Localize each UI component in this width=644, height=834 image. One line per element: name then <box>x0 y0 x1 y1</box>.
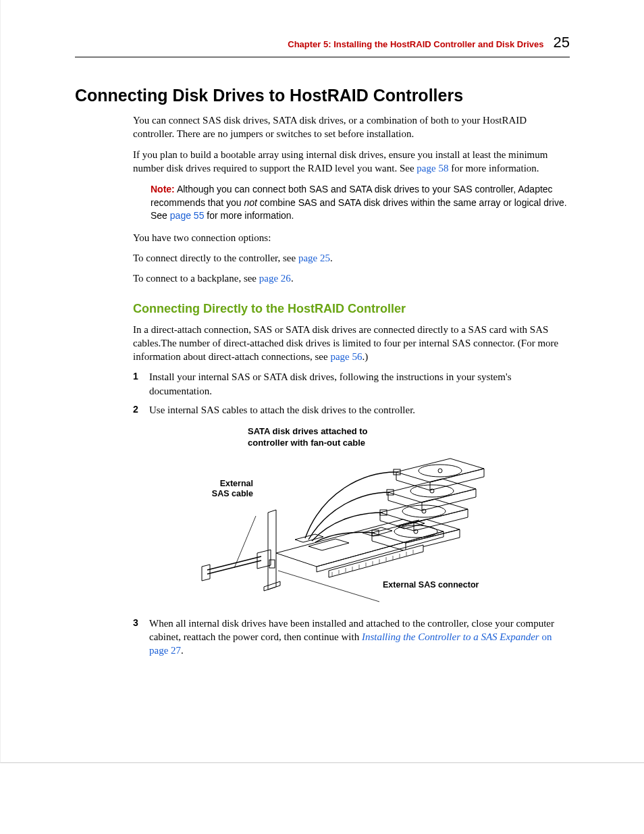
text: . <box>291 273 294 284</box>
section-heading: Connecting Disk Drives to HostRAID Contr… <box>75 86 570 105</box>
paragraph-direct-attach: In a direct-attach connection, SAS or SA… <box>133 323 570 364</box>
link-installing-sas-expander[interactable]: Installing the Controller to a SAS Expan… <box>362 631 539 642</box>
note-label: Note: <box>151 184 175 194</box>
step-1: 1 Install your internal SAS or SATA disk… <box>133 370 570 398</box>
step-number: 3 <box>133 617 142 658</box>
text: To connect directly to the controller, s… <box>133 253 298 263</box>
page-number: 25 <box>554 34 570 51</box>
figure-label-external-cable: External SAS cable <box>206 479 253 499</box>
text: . <box>330 253 333 263</box>
step-2: 2 Use internal SAS cables to attach the … <box>133 403 570 417</box>
step-number: 1 <box>133 370 142 398</box>
link-page-56[interactable]: page 56 <box>330 351 362 362</box>
svg-point-0 <box>419 465 462 477</box>
text: controller with fan-out cable <box>248 438 365 448</box>
header-divider <box>75 57 570 57</box>
step-text: When all internal disk drives have been … <box>149 617 570 658</box>
note-text: for more information. <box>204 210 294 221</box>
svg-point-1 <box>438 469 442 473</box>
text: .) <box>362 351 368 362</box>
link-page-58[interactable]: page 58 <box>417 163 448 174</box>
svg-point-2 <box>410 485 454 497</box>
figure-caption: SATA disk drives attached to controller … <box>248 426 511 449</box>
svg-point-4 <box>402 505 446 517</box>
note-emphasis: not <box>244 197 257 208</box>
page: Chapter 5: Installing the HostRAID Contr… <box>0 0 644 763</box>
text: for more information. <box>448 163 539 174</box>
link-page-55[interactable]: page 55 <box>170 210 205 221</box>
paragraph-bootable: If you plan to build a bootable array us… <box>133 148 570 176</box>
step-3: 3 When all internal disk drives have bee… <box>133 617 570 658</box>
text: External <box>220 479 253 488</box>
text: To connect to a backplane, see <box>133 273 259 284</box>
figure-direct-attach: SATA disk drives attached to controller … <box>133 426 511 607</box>
paragraph-intro: You can connect SAS disk drives, SATA di… <box>133 113 570 141</box>
link-page-26[interactable]: page 26 <box>259 273 291 284</box>
svg-rect-21 <box>269 560 275 568</box>
chapter-label: Chapter 5: Installing the HostRAID Contr… <box>288 39 543 49</box>
paragraph-options: You have two connection options: <box>133 231 570 244</box>
steps-list-continued: 3 When all internal disk drives have bee… <box>133 617 570 658</box>
page-header: Chapter 5: Installing the HostRAID Contr… <box>75 34 570 51</box>
option-backplane: To connect to a backplane, see page 26. <box>133 271 570 285</box>
step-number: 2 <box>133 403 142 417</box>
step-text: Install your internal SAS or SATA disk d… <box>149 370 570 398</box>
steps-list: 1 Install your internal SAS or SATA disk… <box>133 370 570 417</box>
note-block: Note: Although you can connect both SAS … <box>151 183 570 223</box>
text: SAS cable <box>212 489 253 498</box>
step-text: Use internal SAS cables to attach the di… <box>149 403 415 417</box>
subsection-heading: Connecting Directly to the HostRAID Cont… <box>133 302 570 316</box>
figure-label-external-connector: External SAS connector <box>383 580 479 590</box>
text: SATA disk drives attached to <box>248 426 367 436</box>
link-page-25[interactable]: page 25 <box>298 253 330 263</box>
text: . <box>181 645 184 656</box>
option-direct: To connect directly to the controller, s… <box>133 251 570 265</box>
